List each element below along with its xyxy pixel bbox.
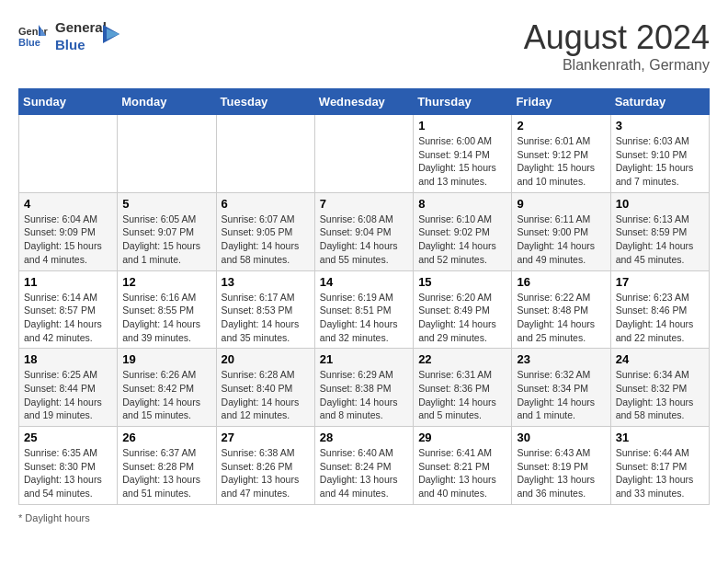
calendar-cell: 2Sunrise: 6:01 AM Sunset: 9:12 PM Daylig… xyxy=(512,115,610,193)
day-info: Sunrise: 6:19 AM Sunset: 8:51 PM Dayligh… xyxy=(320,291,408,345)
logo-blue: Blue xyxy=(55,37,85,52)
day-number: 4 xyxy=(24,197,112,211)
day-number: 11 xyxy=(24,275,112,289)
day-number: 21 xyxy=(320,352,408,366)
day-info: Sunrise: 6:17 AM Sunset: 8:53 PM Dayligh… xyxy=(222,291,310,345)
calendar-cell: 11Sunrise: 6:14 AM Sunset: 8:57 PM Dayli… xyxy=(19,270,118,349)
calendar-cell xyxy=(216,115,314,193)
day-number: 28 xyxy=(320,431,408,444)
day-info: Sunrise: 6:04 AM Sunset: 9:09 PM Dayligh… xyxy=(24,213,112,267)
calendar-cell xyxy=(118,115,216,193)
day-info: Sunrise: 6:23 AM Sunset: 8:46 PM Dayligh… xyxy=(616,291,704,345)
page-header: General Blue General Blue August 2024 Bl… xyxy=(18,18,710,74)
logo-general: General xyxy=(55,19,107,35)
calendar-cell: 10Sunrise: 6:13 AM Sunset: 8:59 PM Dayli… xyxy=(610,192,709,270)
calendar-cell: 7Sunrise: 6:08 AM Sunset: 9:04 PM Daylig… xyxy=(314,192,413,270)
day-number: 12 xyxy=(122,275,210,289)
day-number: 13 xyxy=(222,275,310,289)
footer-note: * Daylight hours xyxy=(18,512,710,523)
day-number: 9 xyxy=(517,197,605,211)
day-info: Sunrise: 6:22 AM Sunset: 8:48 PM Dayligh… xyxy=(517,291,605,345)
calendar-cell: 1Sunrise: 6:00 AM Sunset: 9:14 PM Daylig… xyxy=(414,115,512,193)
svg-marker-6 xyxy=(107,29,119,40)
calendar-week-2: 4Sunrise: 6:04 AM Sunset: 9:09 PM Daylig… xyxy=(19,192,710,270)
day-number: 27 xyxy=(222,431,310,444)
day-info: Sunrise: 6:13 AM Sunset: 8:59 PM Dayligh… xyxy=(616,213,704,267)
day-number: 18 xyxy=(24,352,112,366)
day-number: 30 xyxy=(517,431,605,444)
day-header-monday: Monday xyxy=(118,89,216,115)
day-info: Sunrise: 6:10 AM Sunset: 9:02 PM Dayligh… xyxy=(418,213,506,267)
day-info: Sunrise: 6:34 AM Sunset: 8:32 PM Dayligh… xyxy=(616,368,704,422)
day-number: 14 xyxy=(320,275,408,289)
day-header-saturday: Saturday xyxy=(610,89,709,115)
day-info: Sunrise: 6:07 AM Sunset: 9:05 PM Dayligh… xyxy=(222,213,310,267)
calendar-cell: 5Sunrise: 6:05 AM Sunset: 9:07 PM Daylig… xyxy=(118,192,216,270)
day-info: Sunrise: 6:11 AM Sunset: 9:00 PM Dayligh… xyxy=(517,213,605,267)
day-info: Sunrise: 6:43 AM Sunset: 8:19 PM Dayligh… xyxy=(517,446,605,500)
calendar-cell: 20Sunrise: 6:28 AM Sunset: 8:40 PM Dayli… xyxy=(216,349,314,427)
calendar-cell: 19Sunrise: 6:26 AM Sunset: 8:42 PM Dayli… xyxy=(118,349,216,427)
calendar-cell: 25Sunrise: 6:35 AM Sunset: 8:30 PM Dayli… xyxy=(19,427,118,505)
day-number: 23 xyxy=(517,352,605,366)
day-header-wednesday: Wednesday xyxy=(314,89,413,115)
logo: General Blue General Blue xyxy=(18,18,121,53)
calendar-cell: 8Sunrise: 6:10 AM Sunset: 9:02 PM Daylig… xyxy=(414,192,512,270)
calendar-week-1: 1Sunrise: 6:00 AM Sunset: 9:14 PM Daylig… xyxy=(19,115,710,193)
day-info: Sunrise: 6:28 AM Sunset: 8:40 PM Dayligh… xyxy=(222,368,310,422)
day-number: 17 xyxy=(616,275,704,289)
calendar-cell: 30Sunrise: 6:43 AM Sunset: 8:19 PM Dayli… xyxy=(512,427,610,505)
day-number: 5 xyxy=(122,197,210,211)
day-header-friday: Friday xyxy=(512,89,610,115)
calendar-table: SundayMondayTuesdayWednesdayThursdayFrid… xyxy=(18,88,710,505)
calendar-cell: 26Sunrise: 6:37 AM Sunset: 8:28 PM Dayli… xyxy=(118,427,216,505)
day-number: 7 xyxy=(320,197,408,211)
day-info: Sunrise: 6:38 AM Sunset: 8:26 PM Dayligh… xyxy=(222,446,310,500)
calendar-cell: 24Sunrise: 6:34 AM Sunset: 8:32 PM Dayli… xyxy=(610,349,709,427)
day-info: Sunrise: 6:08 AM Sunset: 9:04 PM Dayligh… xyxy=(320,213,408,267)
calendar-cell: 15Sunrise: 6:20 AM Sunset: 8:49 PM Dayli… xyxy=(414,270,512,349)
day-number: 31 xyxy=(616,431,704,444)
day-number: 19 xyxy=(122,352,210,366)
day-info: Sunrise: 6:26 AM Sunset: 8:42 PM Dayligh… xyxy=(122,368,210,422)
calendar-header-row: SundayMondayTuesdayWednesdayThursdayFrid… xyxy=(19,89,710,115)
day-number: 16 xyxy=(517,275,605,289)
calendar-cell: 13Sunrise: 6:17 AM Sunset: 8:53 PM Dayli… xyxy=(216,270,314,349)
calendar-cell: 23Sunrise: 6:32 AM Sunset: 8:34 PM Dayli… xyxy=(512,349,610,427)
day-info: Sunrise: 6:03 AM Sunset: 9:10 PM Dayligh… xyxy=(616,134,704,189)
day-number: 29 xyxy=(418,431,506,444)
calendar-cell xyxy=(19,115,118,193)
day-info: Sunrise: 6:01 AM Sunset: 9:12 PM Dayligh… xyxy=(517,134,605,189)
calendar-cell: 12Sunrise: 6:16 AM Sunset: 8:55 PM Dayli… xyxy=(118,270,216,349)
location-title: Blankenrath, Germany xyxy=(524,57,710,74)
calendar-cell: 29Sunrise: 6:41 AM Sunset: 8:21 PM Dayli… xyxy=(414,427,512,505)
day-info: Sunrise: 6:16 AM Sunset: 8:55 PM Dayligh… xyxy=(122,291,210,345)
day-number: 10 xyxy=(616,197,704,211)
calendar-week-5: 25Sunrise: 6:35 AM Sunset: 8:30 PM Dayli… xyxy=(19,427,710,505)
calendar-cell: 4Sunrise: 6:04 AM Sunset: 9:09 PM Daylig… xyxy=(19,192,118,270)
logo-icon: General Blue xyxy=(18,23,48,49)
day-number: 1 xyxy=(418,119,506,132)
day-number: 20 xyxy=(222,352,310,366)
logo-triangle-icon xyxy=(103,21,121,47)
calendar-cell: 21Sunrise: 6:29 AM Sunset: 8:38 PM Dayli… xyxy=(314,349,413,427)
day-info: Sunrise: 6:00 AM Sunset: 9:14 PM Dayligh… xyxy=(418,134,506,189)
calendar-cell: 22Sunrise: 6:31 AM Sunset: 8:36 PM Dayli… xyxy=(414,349,512,427)
day-number: 2 xyxy=(517,119,605,132)
calendar-cell: 6Sunrise: 6:07 AM Sunset: 9:05 PM Daylig… xyxy=(216,192,314,270)
day-info: Sunrise: 6:35 AM Sunset: 8:30 PM Dayligh… xyxy=(24,446,112,500)
calendar-cell: 31Sunrise: 6:44 AM Sunset: 8:17 PM Dayli… xyxy=(610,427,709,505)
daylight-note: Daylight hours xyxy=(25,512,89,523)
month-title: August 2024 xyxy=(524,18,710,57)
day-number: 8 xyxy=(418,197,506,211)
day-number: 15 xyxy=(418,275,506,289)
day-info: Sunrise: 6:31 AM Sunset: 8:36 PM Dayligh… xyxy=(418,368,506,422)
calendar-cell: 18Sunrise: 6:25 AM Sunset: 8:44 PM Dayli… xyxy=(19,349,118,427)
day-number: 25 xyxy=(24,431,112,444)
day-info: Sunrise: 6:29 AM Sunset: 8:38 PM Dayligh… xyxy=(320,368,408,422)
calendar-cell: 27Sunrise: 6:38 AM Sunset: 8:26 PM Dayli… xyxy=(216,427,314,505)
day-info: Sunrise: 6:20 AM Sunset: 8:49 PM Dayligh… xyxy=(418,291,506,345)
day-number: 26 xyxy=(122,431,210,444)
day-number: 6 xyxy=(222,197,310,211)
calendar-cell: 14Sunrise: 6:19 AM Sunset: 8:51 PM Dayli… xyxy=(314,270,413,349)
